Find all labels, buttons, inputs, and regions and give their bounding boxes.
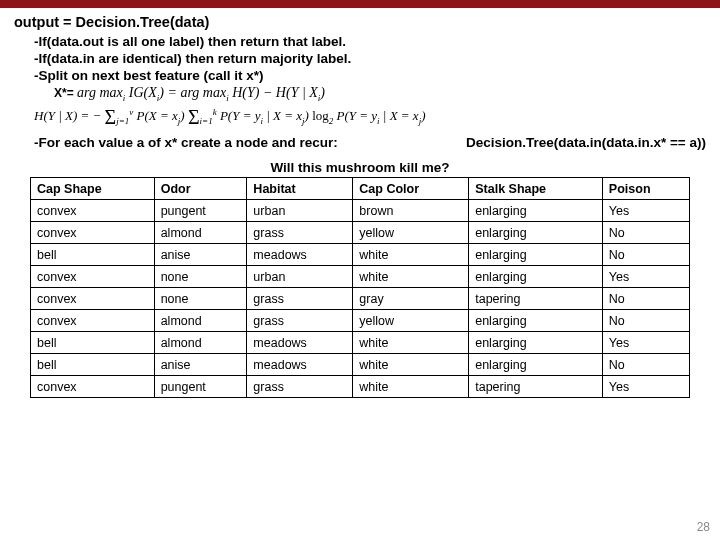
slide: output = Decision.Tree(data) -If(data.ou… <box>0 0 720 540</box>
table-cell: enlarging <box>469 332 603 354</box>
table-cell: bell <box>31 332 155 354</box>
table-row: bellalmondmeadowswhiteenlargingYes <box>31 332 690 354</box>
table-cell: Yes <box>602 332 689 354</box>
mushroom-table: Cap Shape Odor Habitat Cap Color Stalk S… <box>30 177 690 398</box>
col-habitat: Habitat <box>247 178 353 200</box>
formula-prefix: X*= <box>54 86 77 100</box>
table-cell: bell <box>31 354 155 376</box>
algorithm-lines: -If(data.out is all one label) then retu… <box>34 34 706 85</box>
table-cell: grass <box>247 222 353 244</box>
table-row: convexpungenturbanbrownenlargingYes <box>31 200 690 222</box>
table-cell: tapering <box>469 376 603 398</box>
table-cell: none <box>154 288 247 310</box>
formula-xstar: X*= arg maxi IG(Xi) = arg maxi H(Y) − H(… <box>54 85 706 103</box>
recursion-call: Decision.Tree(data.in(data.in.x* == a)) <box>466 135 706 150</box>
function-signature: output = Decision.Tree(data) <box>14 14 706 30</box>
table-cell: meadows <box>247 354 353 376</box>
table-cell: anise <box>154 354 247 376</box>
table-cell: enlarging <box>469 222 603 244</box>
table-cell: enlarging <box>469 244 603 266</box>
table-cell: anise <box>154 244 247 266</box>
table-row: convexnoneurbanwhiteenlargingYes <box>31 266 690 288</box>
table-cell: Yes <box>602 200 689 222</box>
col-stalk-shape: Stalk Shape <box>469 178 603 200</box>
page-number: 28 <box>697 520 710 534</box>
table-cell: almond <box>154 310 247 332</box>
table-cell: urban <box>247 266 353 288</box>
algo-line-3: -Split on next best feature (call it x*) <box>34 68 706 85</box>
formula-entropy: H(Y | X) = − Σj=1v P(X = xj) Σi=1k P(Y =… <box>34 106 706 129</box>
table-cell: convex <box>31 376 155 398</box>
table-cell: white <box>353 354 469 376</box>
table-cell: convex <box>31 222 155 244</box>
table-cell: enlarging <box>469 266 603 288</box>
col-cap-color: Cap Color <box>353 178 469 200</box>
table-cell: bell <box>31 244 155 266</box>
table-cell: Yes <box>602 266 689 288</box>
formula-argmax: arg maxi IG(Xi) = arg maxi H(Y) − H(Y | … <box>77 85 325 100</box>
col-poison: Poison <box>602 178 689 200</box>
table-cell: No <box>602 222 689 244</box>
table-cell: almond <box>154 332 247 354</box>
table-cell: brown <box>353 200 469 222</box>
table-cell: convex <box>31 200 155 222</box>
algo-line-1: -If(data.out is all one label) then retu… <box>34 34 706 51</box>
table-cell: enlarging <box>469 354 603 376</box>
table-row: convexpungentgrasswhitetaperingYes <box>31 376 690 398</box>
table-cell: gray <box>353 288 469 310</box>
table-cell: white <box>353 244 469 266</box>
title-bar <box>0 0 720 8</box>
table-cell: grass <box>247 310 353 332</box>
table-row: bellanisemeadowswhiteenlargingNo <box>31 244 690 266</box>
table-cell: none <box>154 266 247 288</box>
table-title: Will this mushroom kill me? <box>14 160 706 175</box>
table-row: convexalmondgrassyellowenlargingNo <box>31 222 690 244</box>
table-cell: almond <box>154 222 247 244</box>
table-cell: No <box>602 310 689 332</box>
table-body: convexpungenturbanbrownenlargingYesconve… <box>31 200 690 398</box>
table-cell: grass <box>247 376 353 398</box>
table-cell: convex <box>31 266 155 288</box>
table-cell: convex <box>31 310 155 332</box>
table-row: convexalmondgrassyellowenlargingNo <box>31 310 690 332</box>
table-cell: yellow <box>353 222 469 244</box>
table-cell: grass <box>247 288 353 310</box>
table-cell: urban <box>247 200 353 222</box>
table-cell: yellow <box>353 310 469 332</box>
table-cell: enlarging <box>469 310 603 332</box>
table-cell: white <box>353 376 469 398</box>
table-cell: white <box>353 266 469 288</box>
col-cap-shape: Cap Shape <box>31 178 155 200</box>
table-cell: No <box>602 288 689 310</box>
recursion-text: -For each value a of x* create a node an… <box>34 135 338 150</box>
table-cell: tapering <box>469 288 603 310</box>
table-row: bellanisemeadowswhiteenlargingNo <box>31 354 690 376</box>
algo-line-2: -If(data.in are identical) then return m… <box>34 51 706 68</box>
table-cell: pungent <box>154 200 247 222</box>
table-header-row: Cap Shape Odor Habitat Cap Color Stalk S… <box>31 178 690 200</box>
table-cell: enlarging <box>469 200 603 222</box>
slide-content: output = Decision.Tree(data) -If(data.ou… <box>0 8 720 398</box>
recursion-line: -For each value a of x* create a node an… <box>34 135 706 150</box>
table-cell: white <box>353 332 469 354</box>
table-cell: meadows <box>247 244 353 266</box>
table-cell: No <box>602 354 689 376</box>
table-cell: No <box>602 244 689 266</box>
table-row: convexnonegrassgraytaperingNo <box>31 288 690 310</box>
table-cell: meadows <box>247 332 353 354</box>
table-cell: Yes <box>602 376 689 398</box>
table-cell: pungent <box>154 376 247 398</box>
table-cell: convex <box>31 288 155 310</box>
col-odor: Odor <box>154 178 247 200</box>
